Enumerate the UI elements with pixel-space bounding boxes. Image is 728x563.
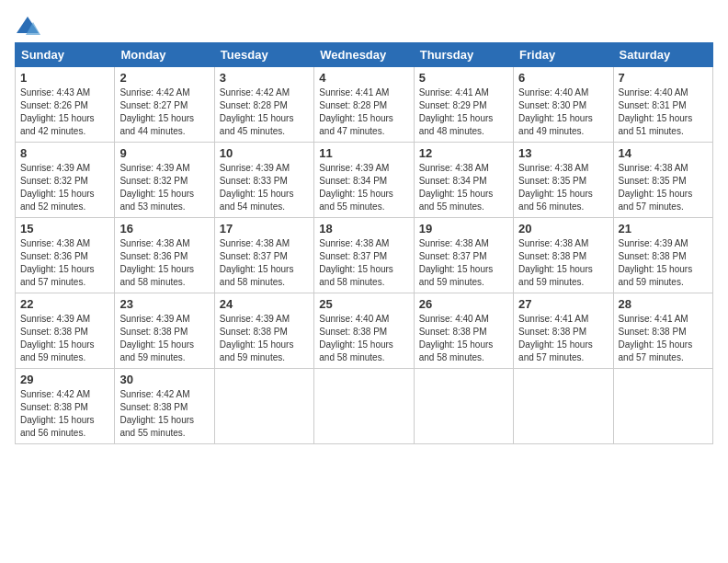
calendar-cell [414, 369, 513, 444]
day-info: Sunrise: 4:40 AMSunset: 8:38 PMDaylight:… [319, 314, 393, 362]
calendar-cell: 6 Sunrise: 4:40 AMSunset: 8:30 PMDayligh… [514, 67, 613, 143]
calendar-cell: 20 Sunrise: 4:38 AMSunset: 8:38 PMDaylig… [514, 218, 613, 293]
day-number: 2 [119, 71, 209, 85]
calendar-cell: 8 Sunrise: 4:39 AMSunset: 8:32 PMDayligh… [16, 143, 115, 218]
day-info: Sunrise: 4:39 AMSunset: 8:32 PMDaylight:… [119, 163, 194, 212]
day-info: Sunrise: 4:41 AMSunset: 8:38 PMDaylight:… [619, 314, 693, 362]
day-number: 28 [619, 297, 708, 311]
weekday-header-friday: Friday [514, 43, 613, 67]
day-info: Sunrise: 4:39 AMSunset: 8:33 PMDaylight:… [220, 163, 294, 212]
calendar-cell: 21 Sunrise: 4:39 AMSunset: 8:38 PMDaylig… [613, 218, 712, 293]
day-number: 24 [220, 297, 309, 311]
day-number: 4 [319, 71, 408, 85]
day-number: 29 [20, 373, 109, 386]
day-info: Sunrise: 4:40 AMSunset: 8:31 PMDaylight:… [619, 87, 693, 136]
day-number: 7 [619, 71, 708, 85]
calendar-cell: 15 Sunrise: 4:38 AMSunset: 8:36 PMDaylig… [16, 218, 115, 293]
day-number: 16 [119, 222, 209, 236]
day-info: Sunrise: 4:42 AMSunset: 8:38 PMDaylight:… [20, 389, 95, 438]
calendar-cell: 29 Sunrise: 4:42 AMSunset: 8:38 PMDaylig… [16, 369, 115, 444]
day-info: Sunrise: 4:39 AMSunset: 8:32 PMDaylight:… [20, 163, 95, 212]
day-info: Sunrise: 4:42 AMSunset: 8:28 PMDaylight:… [220, 87, 294, 136]
calendar-cell: 12 Sunrise: 4:38 AMSunset: 8:34 PMDaylig… [414, 143, 513, 218]
day-info: Sunrise: 4:43 AMSunset: 8:26 PMDaylight:… [20, 87, 95, 136]
day-info: Sunrise: 4:40 AMSunset: 8:38 PMDaylight:… [419, 314, 494, 362]
calendar-cell: 22 Sunrise: 4:39 AMSunset: 8:38 PMDaylig… [16, 293, 115, 369]
day-info: Sunrise: 4:42 AMSunset: 8:27 PMDaylight:… [119, 87, 194, 136]
weekday-header-row: SundayMondayTuesdayWednesdayThursdayFrid… [16, 43, 713, 67]
day-info: Sunrise: 4:39 AMSunset: 8:38 PMDaylight:… [220, 314, 294, 362]
day-number: 8 [20, 146, 109, 160]
day-number: 23 [119, 297, 209, 311]
calendar-cell: 4 Sunrise: 4:41 AMSunset: 8:28 PMDayligh… [314, 67, 414, 143]
day-number: 13 [518, 146, 608, 160]
calendar-cell [613, 369, 712, 444]
week-row-2: 8 Sunrise: 4:39 AMSunset: 8:32 PMDayligh… [16, 143, 713, 218]
calendar-cell: 26 Sunrise: 4:40 AMSunset: 8:38 PMDaylig… [414, 293, 513, 369]
day-info: Sunrise: 4:38 AMSunset: 8:34 PMDaylight:… [419, 163, 494, 212]
day-number: 30 [119, 373, 209, 386]
day-number: 14 [619, 146, 708, 160]
calendar-cell: 16 Sunrise: 4:38 AMSunset: 8:36 PMDaylig… [115, 218, 214, 293]
day-info: Sunrise: 4:38 AMSunset: 8:36 PMDaylight:… [20, 238, 95, 287]
day-number: 9 [119, 146, 209, 160]
week-row-4: 22 Sunrise: 4:39 AMSunset: 8:38 PMDaylig… [16, 293, 713, 369]
day-number: 19 [419, 222, 508, 236]
week-row-3: 15 Sunrise: 4:38 AMSunset: 8:36 PMDaylig… [16, 218, 713, 293]
day-number: 18 [319, 222, 408, 236]
day-number: 12 [419, 146, 508, 160]
calendar-cell: 25 Sunrise: 4:40 AMSunset: 8:38 PMDaylig… [314, 293, 414, 369]
week-row-1: 1 Sunrise: 4:43 AMSunset: 8:26 PMDayligh… [16, 67, 713, 143]
day-info: Sunrise: 4:42 AMSunset: 8:38 PMDaylight:… [119, 389, 194, 438]
day-info: Sunrise: 4:39 AMSunset: 8:38 PMDaylight:… [20, 314, 95, 362]
day-info: Sunrise: 4:38 AMSunset: 8:37 PMDaylight:… [319, 238, 393, 287]
calendar-cell: 14 Sunrise: 4:38 AMSunset: 8:35 PMDaylig… [613, 143, 712, 218]
calendar-cell: 2 Sunrise: 4:42 AMSunset: 8:27 PMDayligh… [115, 67, 214, 143]
weekday-header-monday: Monday [115, 43, 214, 67]
day-info: Sunrise: 4:38 AMSunset: 8:38 PMDaylight:… [518, 238, 593, 287]
day-number: 21 [619, 222, 708, 236]
calendar-cell [214, 369, 313, 444]
day-number: 26 [419, 297, 508, 311]
day-info: Sunrise: 4:38 AMSunset: 8:37 PMDaylight:… [220, 238, 294, 287]
weekday-header-thursday: Thursday [414, 43, 513, 67]
calendar-cell [314, 369, 414, 444]
calendar-cell: 9 Sunrise: 4:39 AMSunset: 8:32 PMDayligh… [115, 143, 214, 218]
day-info: Sunrise: 4:39 AMSunset: 8:38 PMDaylight:… [119, 314, 194, 362]
calendar-cell: 18 Sunrise: 4:38 AMSunset: 8:37 PMDaylig… [314, 218, 414, 293]
day-info: Sunrise: 4:39 AMSunset: 8:38 PMDaylight:… [619, 238, 693, 287]
day-info: Sunrise: 4:40 AMSunset: 8:30 PMDaylight:… [518, 87, 593, 136]
day-number: 6 [518, 71, 608, 85]
week-row-5: 29 Sunrise: 4:42 AMSunset: 8:38 PMDaylig… [16, 369, 713, 444]
weekday-header-sunday: Sunday [16, 43, 115, 67]
calendar-cell: 30 Sunrise: 4:42 AMSunset: 8:38 PMDaylig… [115, 369, 214, 444]
calendar-cell: 19 Sunrise: 4:38 AMSunset: 8:37 PMDaylig… [414, 218, 513, 293]
day-number: 27 [518, 297, 608, 311]
weekday-header-saturday: Saturday [613, 43, 712, 67]
page-header [15, 15, 713, 37]
weekday-header-tuesday: Tuesday [214, 43, 313, 67]
day-info: Sunrise: 4:38 AMSunset: 8:35 PMDaylight:… [518, 163, 593, 212]
day-number: 15 [20, 222, 109, 236]
day-info: Sunrise: 4:38 AMSunset: 8:36 PMDaylight:… [119, 238, 194, 287]
day-number: 1 [20, 71, 109, 85]
day-number: 22 [20, 297, 109, 311]
day-number: 10 [220, 146, 309, 160]
day-info: Sunrise: 4:41 AMSunset: 8:29 PMDaylight:… [419, 87, 494, 136]
day-number: 5 [419, 71, 508, 85]
calendar-cell: 23 Sunrise: 4:39 AMSunset: 8:38 PMDaylig… [115, 293, 214, 369]
day-info: Sunrise: 4:38 AMSunset: 8:37 PMDaylight:… [419, 238, 494, 287]
day-number: 11 [319, 146, 408, 160]
weekday-header-wednesday: Wednesday [314, 43, 414, 67]
calendar-cell: 28 Sunrise: 4:41 AMSunset: 8:38 PMDaylig… [613, 293, 712, 369]
calendar-cell: 5 Sunrise: 4:41 AMSunset: 8:29 PMDayligh… [414, 67, 513, 143]
calendar-cell: 10 Sunrise: 4:39 AMSunset: 8:33 PMDaylig… [214, 143, 313, 218]
logo-icon [15, 15, 40, 37]
calendar-cell: 27 Sunrise: 4:41 AMSunset: 8:38 PMDaylig… [514, 293, 613, 369]
calendar-cell: 11 Sunrise: 4:39 AMSunset: 8:34 PMDaylig… [314, 143, 414, 218]
calendar-cell: 7 Sunrise: 4:40 AMSunset: 8:31 PMDayligh… [613, 67, 712, 143]
day-number: 20 [518, 222, 608, 236]
calendar-cell: 24 Sunrise: 4:39 AMSunset: 8:38 PMDaylig… [214, 293, 313, 369]
day-number: 3 [220, 71, 309, 85]
day-info: Sunrise: 4:41 AMSunset: 8:38 PMDaylight:… [518, 314, 593, 362]
